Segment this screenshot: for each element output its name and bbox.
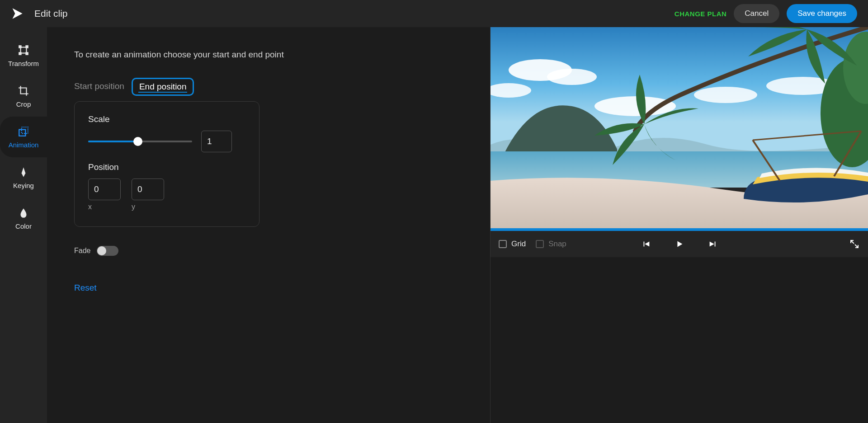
reset-link[interactable]: Reset (74, 283, 472, 293)
sidebar-item-label: Transform (8, 60, 39, 67)
position-x-label: x (88, 203, 121, 211)
sidebar-item-label: Color (15, 222, 32, 230)
svg-rect-6 (22, 127, 28, 133)
svg-point-12 (694, 87, 757, 103)
svg-point-9 (547, 69, 597, 85)
keying-icon (18, 166, 29, 178)
fade-toggle[interactable] (97, 246, 118, 256)
sidebar-item-transform[interactable]: Transform (0, 35, 47, 76)
save-button[interactable]: Save changes (787, 4, 857, 23)
checkbox-icon (499, 240, 507, 248)
position-tabs: Start position End position (74, 78, 472, 96)
tab-end-position[interactable]: End position (132, 78, 194, 96)
preview-pane: Grid Snap (490, 27, 868, 423)
sidebar-item-crop[interactable]: Crop (0, 76, 47, 117)
sidebar-item-label: Crop (16, 100, 31, 108)
preview-controls: Grid Snap (491, 231, 868, 257)
grid-label: Grid (511, 240, 526, 249)
position-label: Position (88, 162, 245, 172)
fade-label: Fade (74, 247, 90, 255)
header-actions: CHANGE PLAN Cancel Save changes (675, 4, 857, 23)
scale-input[interactable] (201, 131, 232, 152)
transform-icon (18, 44, 29, 56)
page-title: Edit clip (34, 8, 68, 19)
tab-start-position[interactable]: Start position (74, 78, 128, 96)
sidebar: Transform Crop Animation Keying Color (0, 27, 47, 423)
svg-rect-5 (19, 129, 25, 136)
snap-checkbox[interactable]: Snap (536, 240, 566, 249)
svg-rect-4 (26, 52, 28, 54)
sidebar-item-color[interactable]: Color (0, 198, 47, 239)
sidebar-item-label: Animation (9, 141, 39, 149)
color-icon (18, 207, 29, 219)
preview-canvas[interactable] (491, 27, 868, 228)
app-logo-icon (11, 7, 24, 20)
sidebar-item-label: Keying (13, 182, 34, 189)
cancel-button[interactable]: Cancel (734, 4, 779, 23)
animation-icon (18, 126, 29, 137)
checkbox-icon (536, 240, 544, 248)
animation-panel: To create an animation choose your start… (47, 27, 490, 423)
change-plan-link[interactable]: CHANGE PLAN (675, 10, 727, 18)
end-position-box: Scale Position x y (74, 101, 259, 227)
svg-rect-3 (19, 52, 21, 54)
position-y-label: y (132, 203, 164, 211)
skip-previous-icon[interactable] (641, 239, 651, 249)
svg-point-11 (594, 96, 676, 116)
panel-intro: To create an animation choose your start… (74, 50, 472, 60)
fullscreen-icon[interactable] (849, 239, 860, 249)
fade-row: Fade (74, 246, 472, 256)
scale-slider[interactable] (88, 137, 192, 146)
crop-icon (18, 85, 29, 97)
scale-label: Scale (88, 114, 245, 124)
play-icon[interactable] (675, 239, 684, 249)
preview-blank-area (491, 257, 868, 423)
grid-checkbox[interactable]: Grid (499, 240, 526, 249)
sidebar-item-keying[interactable]: Keying (0, 157, 47, 198)
skip-next-icon[interactable] (708, 239, 718, 249)
position-y-input[interactable] (132, 179, 164, 200)
sidebar-item-animation[interactable]: Animation (0, 117, 47, 157)
svg-rect-1 (19, 46, 21, 47)
position-x-input[interactable] (88, 179, 121, 200)
svg-rect-2 (26, 46, 28, 47)
header: Edit clip CHANGE PLAN Cancel Save change… (0, 0, 868, 27)
snap-label: Snap (548, 240, 566, 249)
